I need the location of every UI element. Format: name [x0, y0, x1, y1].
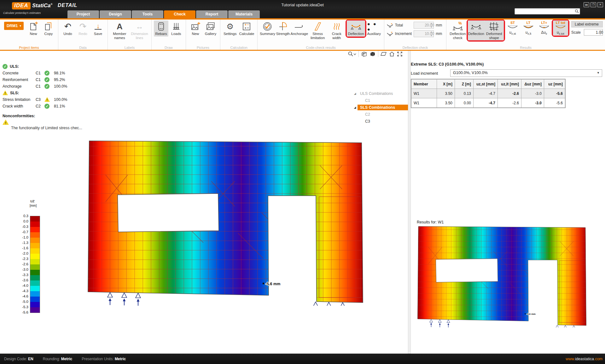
gear-icon: ⚙: [226, 21, 234, 32]
gallery-button[interactable]: Gallery: [203, 20, 218, 37]
auxiliary-button[interactable]: ● ● ● Auxiliary: [366, 20, 382, 37]
crack-width-button[interactable]: Crack width: [328, 20, 346, 40]
nonconformity-message[interactable]: The functionality of Limited stress chec…: [11, 126, 84, 130]
home-icon: [389, 51, 395, 57]
increment-limit-field[interactable]: ▲▼: [414, 30, 434, 37]
legend-value-label: -4.0: [16, 284, 28, 287]
check-percentage: 98.1%: [54, 71, 73, 75]
wireframe-view-button[interactable]: [361, 51, 367, 57]
spinner[interactable]: ▲▼: [429, 22, 433, 28]
legend-value-label: -3.6: [16, 278, 28, 282]
table-row[interactable]: W13.500.13-4.7-2.6-3.0-5.6: [411, 89, 565, 98]
rebars-button[interactable]: Rebars: [154, 20, 168, 37]
tree-item-c1[interactable]: C1: [352, 97, 408, 104]
check-name: Stress limitation: [3, 97, 36, 102]
warning-icon: !: [3, 119, 9, 125]
check-summary-row[interactable]: AnchorageC1✓100.0%: [3, 83, 84, 90]
panel-splitter[interactable]: [408, 50, 411, 354]
variant-uztot-button[interactable]: LT tot uz,tot: [553, 20, 568, 36]
check-summary-row[interactable]: Stress limitationC3!100.0%: [3, 96, 84, 103]
tab-design[interactable]: Design: [100, 10, 131, 18]
copy-button[interactable]: Copy: [41, 20, 56, 37]
load-increment-dropdown[interactable]: G100.0%, V100.0% ▼: [450, 69, 602, 77]
tab-check[interactable]: Check: [164, 10, 195, 18]
support-triangle-icon: [122, 293, 127, 298]
strength-button[interactable]: Strength: [276, 20, 290, 37]
deflection-icon: [350, 21, 362, 32]
minimize-button[interactable]: ▬: [584, 2, 589, 7]
tree-item-c2[interactable]: C2: [352, 111, 408, 118]
solid-view-button[interactable]: [369, 51, 376, 57]
zoom-tool-button[interactable]: [348, 51, 356, 57]
legend-color-band: [30, 254, 40, 259]
table-row[interactable]: W13.500.00-4.7-2.6-3.0-5.6: [411, 98, 565, 108]
summary-button[interactable]: Summary: [260, 20, 275, 37]
scale-field[interactable]: ▲▼: [584, 29, 603, 36]
stress-limitation-button[interactable]: Stress limitation: [308, 20, 327, 40]
save-button[interactable]: ↓ Save: [91, 20, 105, 37]
total-toggle[interactable]: × Total: [387, 23, 412, 28]
tab-tools[interactable]: Tools: [132, 10, 163, 18]
new-project-item-button[interactable]: New: [26, 20, 41, 37]
check-summary-row[interactable]: Crack widthC2✓81.1%: [3, 103, 84, 109]
project-item-selector[interactable]: DRM1▾: [4, 22, 24, 30]
spinner[interactable]: ▲▼: [429, 31, 433, 37]
dimension-lines-button[interactable]: ↔ Dimension lines: [130, 20, 149, 40]
solid-cube-icon: [369, 51, 376, 57]
support-triangle-icon: [136, 293, 141, 298]
member-names-button[interactable]: A Member names: [110, 20, 129, 40]
contour-legend: uz [mm] 0.30.0-0.3-0.7-1.0-1.3-1.6-2.0-2…: [16, 199, 51, 313]
support-triangle-icon: [438, 320, 441, 322]
tree-item-uls-combinations[interactable]: ◢ULS Combinations: [352, 90, 408, 97]
deflection-contour-plot[interactable]: -5.6 mm: [87, 139, 364, 306]
legend-color-band: [30, 270, 40, 275]
status-presentation-units: Presentation Units: Metric: [82, 357, 126, 361]
tree-item-sls-combinations[interactable]: ◢SLS Combinations: [352, 104, 408, 111]
undo-button[interactable]: ↶ Undo: [61, 20, 75, 37]
status-rounding: Rounding: Metric: [43, 357, 72, 361]
member-deflection-contour-plot[interactable]: -5.6 mm: [417, 225, 587, 327]
variant-uzst-button[interactable]: ST uz,st: [505, 20, 520, 36]
legend-value-label: -2.0: [16, 251, 28, 255]
ideastatica-link[interactable]: www.ideastatica.com: [566, 357, 602, 361]
svg-text:%: %: [458, 21, 462, 26]
wireframe-cube-icon: [361, 51, 367, 57]
expander-icon[interactable]: ◢: [352, 92, 358, 95]
expander-icon[interactable]: ◢: [352, 106, 358, 109]
check-summary-row[interactable]: ConcreteC1✓98.1%: [3, 70, 84, 76]
home-view-button[interactable]: [389, 51, 395, 57]
results-deflection-button[interactable]: Deflection: [468, 20, 484, 40]
new-picture-button[interactable]: New: [188, 20, 203, 37]
tree-item-c3[interactable]: C3: [352, 118, 408, 125]
strength-icon: [278, 21, 288, 32]
tab-report[interactable]: Report: [196, 10, 228, 18]
search-input[interactable]: [515, 8, 580, 14]
spinner[interactable]: ▲▼: [598, 30, 602, 35]
redo-button[interactable]: ↷ Redo: [76, 20, 90, 37]
deformed-shape-button[interactable]: Deformed shape: [484, 20, 504, 40]
deflection-check-button[interactable]: % Deflection check: [449, 20, 467, 40]
deflection-button[interactable]: Deflection: [347, 20, 365, 37]
status-bar: Design Code: EN Rounding: Metric Present…: [0, 354, 605, 364]
check-summary-row[interactable]: ReinforcementC1✓95.2%: [3, 76, 84, 83]
increment-toggle[interactable]: × Increment: [387, 31, 412, 36]
close-button[interactable]: ✕: [597, 2, 603, 7]
clip-plane-button[interactable]: [381, 51, 387, 56]
gallery-icon: [206, 21, 216, 32]
tab-project[interactable]: Project: [67, 10, 99, 18]
tab-materials[interactable]: Materials: [228, 10, 260, 18]
label-extreme-toggle[interactable]: Label extreme: [571, 21, 603, 27]
settings-button[interactable]: ⚙ Settings: [223, 20, 238, 37]
variant-duz-button[interactable]: LT+ Δuz: [537, 20, 552, 36]
anchorage-button[interactable]: Anchorage: [291, 20, 308, 37]
zoom-fit-button[interactable]: [397, 51, 403, 57]
loads-button[interactable]: Loads: [169, 20, 183, 37]
letter-a-icon: A: [117, 21, 123, 32]
maximize-button[interactable]: ❐: [590, 2, 596, 7]
legend-value-label: -4.6: [16, 294, 28, 298]
legend-value-label: -1.3: [16, 241, 28, 245]
anchorage-icon: [294, 21, 305, 32]
calculate-button[interactable]: +−×÷ Calculate: [238, 20, 255, 37]
variant-uzlt-button[interactable]: LT uz,lt: [521, 20, 536, 36]
total-limit-field[interactable]: ▲▼: [414, 22, 434, 29]
